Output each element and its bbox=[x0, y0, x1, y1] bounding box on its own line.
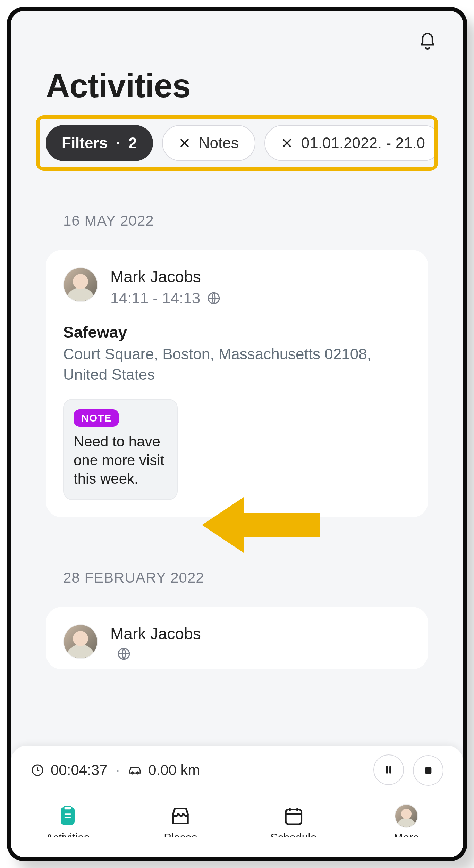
globe-icon bbox=[117, 646, 131, 661]
svg-rect-11 bbox=[64, 813, 71, 815]
page-title: Activities bbox=[11, 56, 463, 112]
storefront-icon bbox=[168, 803, 193, 828]
status-bar: 00:04:37 · 0.00 km bbox=[11, 746, 463, 794]
svg-rect-13 bbox=[286, 809, 301, 824]
nav-label: More bbox=[394, 831, 419, 837]
separator-dot: · bbox=[114, 762, 122, 778]
nav-label: Schedule bbox=[270, 831, 316, 837]
filters-chip-separator: · bbox=[116, 134, 120, 152]
svg-rect-6 bbox=[386, 766, 388, 774]
pause-button[interactable] bbox=[373, 754, 404, 785]
car-icon bbox=[128, 763, 142, 777]
globe-icon bbox=[206, 291, 221, 306]
filter-chip-notes[interactable]: Notes bbox=[162, 125, 255, 161]
nav-places[interactable]: Places bbox=[131, 803, 230, 837]
place-name: Safeway bbox=[63, 323, 411, 342]
card-header: Mark Jacobs bbox=[63, 624, 411, 661]
avatar bbox=[63, 624, 98, 659]
svg-rect-10 bbox=[64, 806, 71, 810]
elapsed-time: 00:04:37 bbox=[51, 762, 108, 778]
svg-rect-12 bbox=[64, 817, 71, 819]
nav-more[interactable]: More bbox=[357, 803, 456, 837]
section-date: 16 MAY 2022 bbox=[11, 171, 463, 243]
note-badge: NOTE bbox=[74, 409, 119, 427]
notifications-icon[interactable] bbox=[416, 31, 439, 53]
filters-chip[interactable]: Filters · 2 bbox=[46, 125, 153, 161]
clipboard-icon bbox=[55, 803, 80, 828]
clock-icon bbox=[31, 763, 44, 777]
time-range: 14:11 - 14:13 bbox=[110, 290, 200, 307]
header bbox=[11, 11, 463, 56]
filters-chip-label: Filters bbox=[62, 134, 108, 152]
svg-rect-7 bbox=[389, 766, 391, 774]
nav-schedule[interactable]: Schedule bbox=[244, 803, 343, 837]
device-frame: Activities Filters · 2 Notes 01.01.2022.… bbox=[7, 7, 467, 861]
close-icon[interactable] bbox=[281, 137, 293, 149]
filters-bar: Filters · 2 Notes 01.01.2022. - 21.0 bbox=[36, 115, 438, 171]
nav-label: Places bbox=[164, 831, 197, 837]
svg-rect-8 bbox=[425, 767, 432, 774]
place-address: Court Square, Boston, Massachusetts 0210… bbox=[63, 344, 411, 385]
note-card[interactable]: NOTE Need to have one more visit this we… bbox=[63, 399, 178, 500]
bottom-nav: Activities Places Schedule More bbox=[11, 794, 463, 857]
close-icon[interactable] bbox=[179, 137, 191, 149]
filters-chip-count: 2 bbox=[128, 134, 137, 152]
filter-chip-daterange[interactable]: 01.01.2022. - 21.0 bbox=[264, 125, 438, 161]
nav-label: Activities bbox=[46, 831, 90, 837]
calendar-icon bbox=[281, 803, 306, 828]
person-name: Mark Jacobs bbox=[110, 624, 201, 643]
svg-marker-2 bbox=[202, 497, 320, 553]
card-header: Mark Jacobs 14:11 - 14:13 bbox=[63, 267, 411, 307]
activity-card[interactable]: Mark Jacobs bbox=[46, 607, 428, 669]
filter-chip-label: 01.01.2022. - 21.0 bbox=[301, 134, 425, 152]
annotation-arrow-left-icon bbox=[202, 497, 320, 553]
distance-value: 0.00 km bbox=[148, 762, 200, 778]
avatar-icon bbox=[394, 803, 419, 828]
avatar bbox=[63, 267, 98, 302]
activity-card[interactable]: Mark Jacobs 14:11 - 14:13 Safeway Court … bbox=[46, 250, 428, 517]
note-text: Need to have one more visit this week. bbox=[74, 432, 167, 488]
person-name: Mark Jacobs bbox=[110, 267, 221, 286]
stop-button[interactable] bbox=[413, 755, 443, 786]
nav-activities[interactable]: Activities bbox=[18, 803, 117, 837]
filter-chip-label: Notes bbox=[199, 134, 239, 152]
